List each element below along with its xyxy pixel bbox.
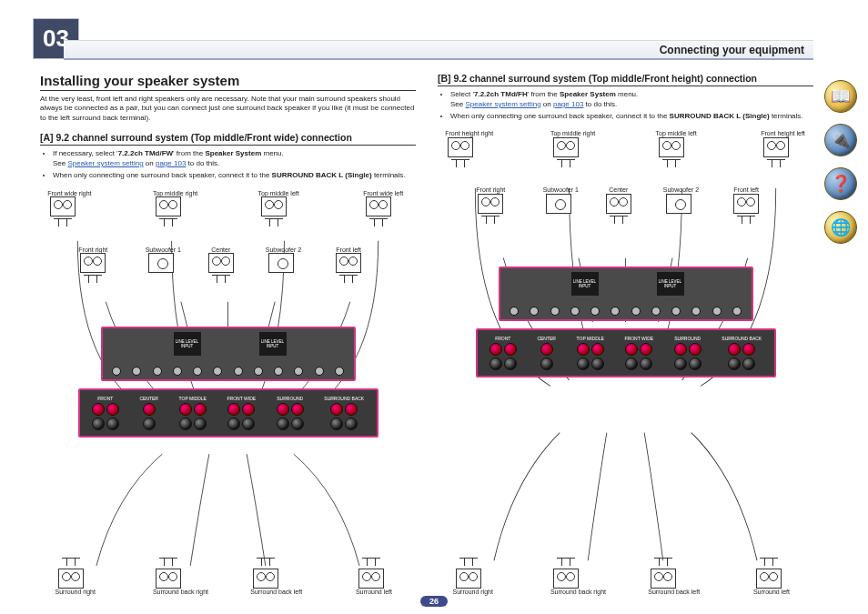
receiver-upper-panel: LINE LEVEL INPUT LINE LEVEL INPUT	[101, 327, 356, 381]
intro-text: At the very least, front left and right …	[40, 95, 416, 123]
speaker-surround-back-left: Surround back left	[648, 558, 679, 596]
speaker-surround-left: Surround left	[753, 558, 784, 596]
note-item: When only connecting one surround back s…	[53, 171, 416, 181]
speaker-surround-left: Surround left	[356, 558, 387, 596]
link-page-103[interactable]: page 103	[156, 159, 186, 167]
link-speaker-setting[interactable]: Speaker system setting	[465, 100, 540, 108]
receiver-speaker-terminals: FRONT CENTER TOP MIDDLE FRONT WIDE SURRO…	[476, 328, 776, 377]
speaker-front-height-right: Front height right	[445, 130, 476, 168]
left-column: Installing your speaker system At the ve…	[40, 73, 416, 596]
speaker-top-middle-left: Top middle left	[258, 190, 289, 228]
subsection-heading-b: [B] 9.2 channel surround system (Top mid…	[438, 73, 813, 86]
receiver-upper-panel: LINE LEVEL INPUT LINE LEVEL INPUT	[499, 267, 753, 321]
speaker-front-height-left: Front height left	[761, 130, 792, 168]
speaker-center: Center	[206, 247, 237, 285]
header-bar: Connecting your equipment	[64, 40, 813, 60]
receiver-speaker-terminals: FRONT CENTER TOP MIDDLE FRONT WIDE SURRO…	[78, 388, 378, 438]
speaker-surround-back-right: Surround back right	[550, 558, 581, 596]
section-heading: Installing your speaker system	[40, 73, 416, 91]
network-icon[interactable]: 🌐	[824, 211, 857, 244]
speaker-subwoofer-2: Subwoofer 2	[266, 247, 297, 276]
line-level-input-2: LINE LEVEL INPUT	[657, 272, 684, 296]
speaker-surround-right: Surround right	[56, 558, 86, 596]
manual-icon[interactable]: 📖	[824, 80, 857, 113]
equipment-icon[interactable]: 🔌	[824, 124, 857, 156]
speaker-subwoofer-1: Subwoofer 1	[146, 247, 177, 276]
note-item: If necessary, select '7.2.2ch TMd/FW' fr…	[53, 149, 416, 169]
line-level-input-2: LINE LEVEL INPUT	[259, 332, 287, 356]
header-title: Connecting your equipment	[660, 44, 804, 56]
note-item: When only connecting one surround back s…	[450, 112, 813, 122]
speaker-top-middle-left: Top middle left	[656, 130, 687, 168]
speaker-front-wide-right: Front wide right	[47, 190, 78, 228]
help-icon[interactable]: ❓	[824, 167, 857, 200]
side-buttons: 📖 🔌 ❓ 🌐	[824, 80, 857, 244]
link-speaker-setting[interactable]: Speaker system setting	[67, 159, 143, 167]
speaker-front-right: Front right	[475, 186, 506, 225]
speaker-center: Center	[603, 186, 634, 225]
diagram-b: Front height right Top middle right Top …	[438, 130, 813, 596]
diagram-a: Front wide right Top middle right Top mi…	[40, 190, 416, 596]
speaker-subwoofer-1: Subwoofer 1	[543, 186, 574, 216]
speaker-surround-back-right: Surround back right	[153, 558, 184, 596]
right-column: [B] 9.2 channel surround system (Top mid…	[438, 73, 813, 596]
speaker-front-left: Front left	[333, 247, 364, 285]
speaker-top-middle-right: Top middle right	[153, 190, 184, 228]
subsection-heading-a: [A] 9.2 channel surround system (Top mid…	[40, 132, 416, 146]
notes-list-b: Select '7.2.2ch TMd/FH' from the Speaker…	[438, 90, 813, 123]
line-level-input-1: LINE LEVEL INPUT	[174, 332, 201, 356]
notes-list-a: If necessary, select '7.2.2ch TMd/FW' fr…	[40, 149, 416, 182]
speaker-front-left: Front left	[731, 186, 762, 225]
content: Installing your speaker system At the ve…	[40, 73, 813, 596]
link-page-103[interactable]: page 103	[553, 100, 583, 108]
note-item: Select '7.2.2ch TMd/FH' from the Speaker…	[450, 90, 813, 110]
speaker-front-wide-left: Front wide left	[363, 190, 394, 228]
speaker-front-right: Front right	[77, 247, 108, 285]
line-level-input-1: LINE LEVEL INPUT	[571, 272, 599, 296]
speaker-subwoofer-2: Subwoofer 2	[663, 186, 694, 216]
page-number: 26	[420, 596, 448, 607]
speaker-top-middle-right: Top middle right	[550, 130, 581, 168]
speaker-surround-back-left: Surround back left	[250, 558, 281, 596]
speaker-surround-right: Surround right	[453, 558, 484, 596]
